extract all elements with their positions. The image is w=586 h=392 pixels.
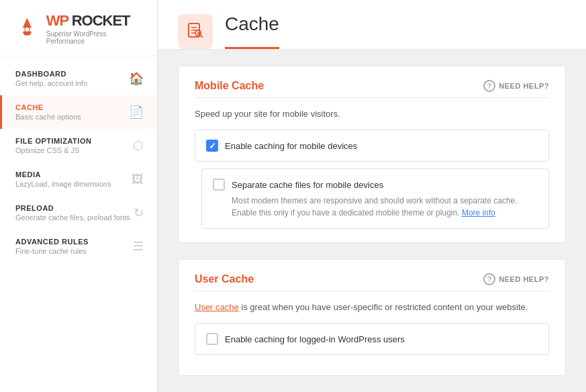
logo-rocket: ROCKET bbox=[72, 12, 130, 29]
sidebar-item-text-cache: CACHE Basic cache options bbox=[15, 103, 81, 121]
need-help-icon: ? bbox=[483, 80, 495, 92]
mobile-cache-title: Mobile Cache bbox=[195, 80, 264, 92]
mobile-cache-divider bbox=[195, 97, 549, 98]
sidebar-item-subtitle-advanced-rules: Fine-tune cache rules bbox=[15, 247, 89, 255]
logo-wp: WP bbox=[46, 12, 68, 29]
page-header: Cache bbox=[158, 0, 586, 50]
user-cache-header: User Cache ? NEED HELP? bbox=[195, 273, 549, 285]
user-cache-description: User cache is great when you have user-s… bbox=[195, 302, 549, 312]
user-cache-option1-row: Enable caching for logged-in WordPress u… bbox=[206, 333, 538, 345]
sidebar-item-file-optimization[interactable]: FILE OPTIMIZATION Optimize CSS & JS ⬡ bbox=[0, 129, 157, 162]
sidebar-item-icon-preload: ↻ bbox=[134, 207, 144, 219]
sidebar-item-media[interactable]: MEDIA LazyLoad, image dimensions 🖼 bbox=[0, 162, 157, 196]
sidebar-logo: WP ROCKET Superior WordPress Performance bbox=[0, 0, 157, 56]
mobile-cache-need-help-label: NEED HELP? bbox=[499, 82, 549, 90]
mobile-cache-option2-label: Separate cache files for mobile devices bbox=[232, 180, 383, 190]
sidebar-item-subtitle-preload: Generate cache files, preload fonts bbox=[15, 213, 130, 222]
sidebar-item-text-file-optimization: FILE OPTIMIZATION Optimize CSS & JS bbox=[15, 137, 91, 154]
sidebar-item-text-advanced-rules: ADVANCED RULES Fine-tune cache rules bbox=[15, 238, 89, 255]
user-cache-option1-label: Enable caching for logged-in WordPress u… bbox=[225, 334, 405, 344]
user-cache-need-help-icon: ? bbox=[483, 273, 495, 285]
user-cache-option1-checkbox[interactable] bbox=[206, 333, 218, 345]
user-cache-divider bbox=[195, 291, 549, 291]
sidebar-item-title-advanced-rules: ADVANCED RULES bbox=[15, 238, 89, 246]
cache-page-icon bbox=[178, 14, 213, 49]
mobile-cache-description: Speed up your site for mobile visitors. bbox=[195, 109, 549, 119]
mobile-cache-option1-box: Enable caching for mobile devices bbox=[195, 130, 549, 162]
sidebar-item-text-preload: PRELOAD Generate cache files, preload fo… bbox=[15, 204, 130, 222]
mobile-cache-option1-checkbox[interactable] bbox=[206, 140, 218, 152]
content-area: Mobile Cache ? NEED HELP? Speed up your … bbox=[158, 50, 586, 392]
mobile-cache-header: Mobile Cache ? NEED HELP? bbox=[195, 80, 549, 92]
logo-tagline: Superior WordPress Performance bbox=[46, 30, 144, 45]
mobile-cache-option2-checkbox[interactable] bbox=[213, 179, 225, 191]
sidebar-item-icon-cache: 📄 bbox=[129, 106, 144, 118]
sidebar-item-icon-advanced-rules: ☰ bbox=[133, 240, 144, 252]
sidebar-item-title-preload: PRELOAD bbox=[15, 204, 130, 212]
sidebar: WP ROCKET Superior WordPress Performance… bbox=[0, 0, 158, 392]
mobile-cache-more-info-link[interactable]: More info bbox=[462, 208, 495, 217]
sidebar-item-text-dashboard: DASHBOARD Get help, account info bbox=[15, 70, 87, 87]
sidebar-item-title-file-optimization: FILE OPTIMIZATION bbox=[15, 137, 91, 145]
mobile-cache-option2-desc: Most modern themes are responsive and sh… bbox=[232, 195, 538, 219]
user-cache-desc-rest: is great when you have user-specific or … bbox=[239, 302, 528, 312]
mobile-cache-need-help[interactable]: ? NEED HELP? bbox=[483, 80, 549, 92]
sidebar-item-subtitle-file-optimization: Optimize CSS & JS bbox=[15, 146, 91, 154]
user-cache-need-help-label: NEED HELP? bbox=[499, 275, 549, 283]
sidebar-item-cache[interactable]: CACHE Basic cache options 📄 bbox=[0, 95, 157, 129]
wp-rocket-logo-icon bbox=[13, 15, 41, 43]
sidebar-item-title-cache: CACHE bbox=[15, 103, 81, 111]
sidebar-item-text-media: MEDIA LazyLoad, image dimensions bbox=[15, 170, 111, 188]
mobile-cache-option1-label: Enable caching for mobile devices bbox=[225, 141, 357, 151]
user-cache-desc-link[interactable]: User cache bbox=[195, 302, 239, 312]
user-cache-need-help[interactable]: ? NEED HELP? bbox=[483, 273, 549, 285]
sidebar-item-preload[interactable]: PRELOAD Generate cache files, preload fo… bbox=[0, 196, 157, 230]
sidebar-item-advanced-rules[interactable]: ADVANCED RULES Fine-tune cache rules ☰ bbox=[0, 230, 157, 263]
mobile-cache-section: Mobile Cache ? NEED HELP? Speed up your … bbox=[178, 66, 566, 243]
user-cache-option1-box: Enable caching for logged-in WordPress u… bbox=[195, 323, 549, 355]
sidebar-item-subtitle-media: LazyLoad, image dimensions bbox=[15, 180, 111, 188]
page-title: Cache bbox=[225, 13, 279, 49]
sidebar-item-subtitle-dashboard: Get help, account info bbox=[15, 79, 87, 87]
sidebar-nav: DASHBOARD Get help, account info 🏠 CACHE… bbox=[0, 56, 157, 392]
sidebar-item-title-media: MEDIA bbox=[15, 170, 111, 179]
sidebar-item-icon-file-optimization: ⬡ bbox=[133, 140, 144, 152]
sidebar-item-icon-dashboard: 🏠 bbox=[129, 72, 144, 85]
mobile-cache-option1-row: Enable caching for mobile devices bbox=[206, 140, 538, 152]
main-content: Cache Mobile Cache ? NEED HELP? Speed up… bbox=[158, 0, 586, 392]
sidebar-item-subtitle-cache: Basic cache options bbox=[15, 113, 81, 121]
user-cache-title: User Cache bbox=[195, 273, 254, 285]
mobile-cache-option2-row: Separate cache files for mobile devices bbox=[213, 179, 538, 191]
sidebar-item-dashboard[interactable]: DASHBOARD Get help, account info 🏠 bbox=[0, 62, 157, 95]
user-cache-section: User Cache ? NEED HELP? User cache is gr… bbox=[178, 259, 566, 376]
svg-point-4 bbox=[25, 28, 29, 32]
sidebar-item-icon-media: 🖼 bbox=[132, 173, 144, 185]
sidebar-item-title-dashboard: DASHBOARD bbox=[15, 70, 87, 78]
mobile-cache-option2-box: Separate cache files for mobile devices … bbox=[201, 168, 549, 229]
